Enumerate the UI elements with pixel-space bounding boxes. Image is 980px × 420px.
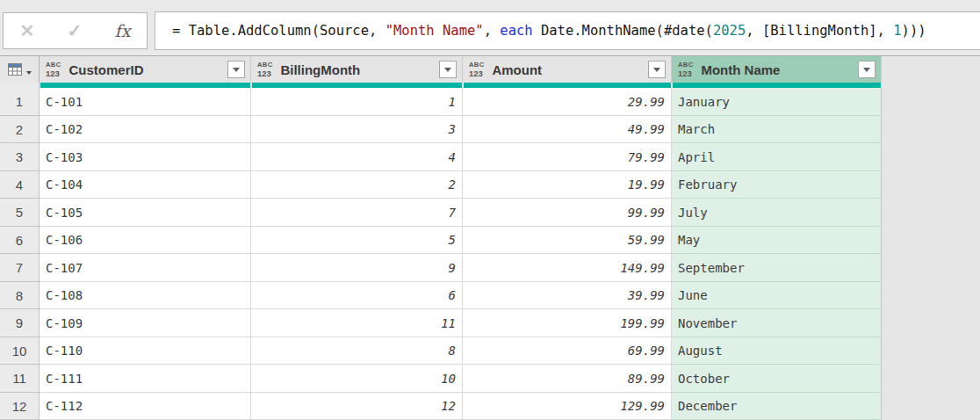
table-row: 6C-106559.99May <box>0 227 980 254</box>
column-type-any-icon: ABC123 <box>678 62 693 77</box>
cell-customerid[interactable]: C-102 <box>40 116 251 143</box>
cell-amount[interactable]: 89.99 <box>463 365 672 393</box>
cell-billingmonth[interactable]: 12 <box>251 393 463 420</box>
type-badge-abc: ABC <box>46 62 61 69</box>
cell-billingmonth[interactable]: 8 <box>251 337 463 365</box>
cell-month-name[interactable]: August <box>672 337 882 365</box>
column-header-month-name[interactable]: ABC123Month Name <box>672 56 882 83</box>
cell-month-name[interactable]: May <box>672 227 882 254</box>
table-row: 8C-108639.99June <box>0 282 980 309</box>
column-header-billingmonth[interactable]: ABC123BillingMonth <box>251 56 463 83</box>
row-number[interactable]: 6 <box>0 227 40 254</box>
cell-billingmonth[interactable]: 1 <box>251 88 463 116</box>
cell-amount[interactable]: 199.99 <box>463 309 672 337</box>
cell-customerid[interactable]: C-109 <box>40 309 251 337</box>
cell-customerid[interactable]: C-103 <box>40 143 251 171</box>
column-label: BillingMonth <box>280 62 360 77</box>
cell-customerid[interactable]: C-101 <box>40 88 251 116</box>
cell-customerid[interactable]: C-112 <box>40 393 251 420</box>
formula-input[interactable]: = Table.AddColumn(Source, "Month Name", … <box>155 11 980 50</box>
formula-token-plain: Date.MonthName(#date( <box>533 23 713 39</box>
grid-header-row: ABC123CustomerIDABC123BillingMonthABC123… <box>0 56 980 83</box>
cell-billingmonth[interactable]: 9 <box>251 254 463 282</box>
table-row: 9C-10911199.99November <box>0 309 980 337</box>
commit-icon[interactable]: ✓ <box>68 20 83 41</box>
formula-token-plain: , <box>484 23 501 39</box>
cell-billingmonth[interactable]: 2 <box>251 171 463 199</box>
row-number[interactable]: 10 <box>0 337 40 365</box>
cell-billingmonth[interactable]: 4 <box>251 143 463 171</box>
cell-billingmonth[interactable]: 3 <box>251 116 463 143</box>
row-number[interactable]: 7 <box>0 254 40 282</box>
cell-amount[interactable]: 149.99 <box>463 254 672 282</box>
cell-billingmonth[interactable]: 6 <box>251 282 463 309</box>
cell-month-name[interactable]: July <box>672 199 882 227</box>
row-number[interactable]: 5 <box>0 199 40 227</box>
cell-month-name[interactable]: September <box>672 254 882 282</box>
cancel-icon[interactable]: ✕ <box>20 20 35 41</box>
row-number[interactable]: 2 <box>0 116 40 143</box>
cell-amount[interactable]: 39.99 <box>463 282 672 309</box>
column-header-customerid[interactable]: ABC123CustomerID <box>40 56 251 83</box>
row-number[interactable]: 12 <box>0 393 40 420</box>
column-label: Month Name <box>701 62 780 77</box>
row-number[interactable]: 1 <box>0 88 40 116</box>
type-badge-abc: ABC <box>469 62 484 69</box>
cell-billingmonth[interactable]: 7 <box>251 199 463 227</box>
cell-customerid[interactable]: C-104 <box>40 171 251 199</box>
row-number[interactable]: 11 <box>0 365 40 393</box>
table-row: 3C-103479.99April <box>0 143 980 171</box>
filter-dropdown-button[interactable] <box>227 61 245 78</box>
row-number[interactable]: 4 <box>0 171 40 199</box>
table-row: 11C-1111089.99October <box>0 365 980 393</box>
cell-customerid[interactable]: C-106 <box>40 227 251 254</box>
cell-amount[interactable]: 49.99 <box>463 116 672 143</box>
cell-month-name[interactable]: February <box>672 171 882 199</box>
cell-month-name[interactable]: April <box>672 143 882 171</box>
chevron-down-icon <box>26 71 32 75</box>
cell-amount[interactable]: 59.99 <box>463 227 672 254</box>
cell-month-name[interactable]: March <box>672 116 882 143</box>
formula-token-plain: = Table.AddColumn(Source, <box>172 23 386 39</box>
cell-amount[interactable]: 69.99 <box>463 337 672 365</box>
cell-billingmonth[interactable]: 5 <box>251 227 463 254</box>
table-row: 5C-105799.99July <box>0 199 980 227</box>
cell-customerid[interactable]: C-108 <box>40 282 251 309</box>
cell-customerid[interactable]: C-105 <box>40 199 251 227</box>
select-all-table-button[interactable] <box>0 56 40 83</box>
cell-amount[interactable]: 99.99 <box>463 199 672 227</box>
formula-token-string: "Month Name" <box>386 23 484 39</box>
formula-token-plain: ))) <box>902 23 926 39</box>
row-number[interactable]: 3 <box>0 143 40 171</box>
cell-amount[interactable]: 19.99 <box>463 171 672 199</box>
cell-month-name[interactable]: December <box>672 393 882 420</box>
column-type-any-icon: ABC123 <box>469 62 484 77</box>
row-number[interactable]: 8 <box>0 282 40 309</box>
filter-chevron-icon <box>233 68 240 72</box>
type-badge-123: 123 <box>678 69 692 78</box>
filter-dropdown-button[interactable] <box>648 61 666 78</box>
cell-month-name[interactable]: June <box>672 282 882 309</box>
formula-token-number: 2025 <box>713 23 746 39</box>
cell-customerid[interactable]: C-107 <box>40 254 251 282</box>
column-label: Amount <box>492 62 542 77</box>
cell-month-name[interactable]: January <box>672 88 882 116</box>
data-preview-grid: ABC123CustomerIDABC123BillingMonthABC123… <box>0 55 980 420</box>
formula-token-plain: , [BillingMonth], <box>746 23 893 39</box>
type-badge-123: 123 <box>257 69 271 78</box>
cell-billingmonth[interactable]: 11 <box>251 309 463 337</box>
cell-amount[interactable]: 29.99 <box>463 88 672 116</box>
cell-customerid[interactable]: C-110 <box>40 337 251 365</box>
filter-dropdown-button[interactable] <box>858 61 876 78</box>
cell-amount[interactable]: 79.99 <box>463 143 672 171</box>
filter-chevron-icon <box>444 68 451 72</box>
cell-month-name[interactable]: November <box>672 309 882 337</box>
cell-month-name[interactable]: October <box>672 365 882 393</box>
row-number[interactable]: 9 <box>0 309 40 337</box>
fx-icon[interactable]: fx <box>115 21 131 40</box>
column-header-amount[interactable]: ABC123Amount <box>463 56 672 83</box>
cell-customerid[interactable]: C-111 <box>40 365 251 393</box>
filter-dropdown-button[interactable] <box>439 61 457 78</box>
cell-amount[interactable]: 129.99 <box>463 393 672 420</box>
cell-billingmonth[interactable]: 10 <box>251 365 463 393</box>
